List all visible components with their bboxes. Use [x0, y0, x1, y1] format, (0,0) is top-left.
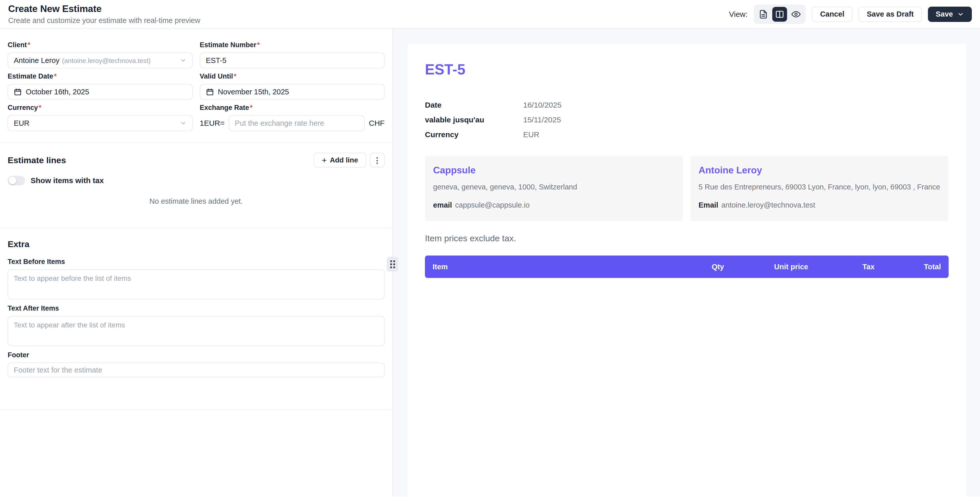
estimate-preview: EST-5 Date 16/10/2025 valable jusqu'au 1…	[407, 44, 966, 497]
column-header-item: Item	[433, 263, 640, 271]
currency-field: Currency* EUR	[8, 104, 192, 131]
empty-lines-message: No estimate lines added yet.	[8, 197, 385, 206]
exchange-rate-suffix: CHF	[369, 119, 385, 127]
form-row-dates: Estimate Date* October 16th, 2025 Valid …	[0, 72, 392, 100]
meta-row: valable jusqu'au 15/11/2025	[425, 116, 948, 124]
estimate-date-value: October 16th, 2025	[26, 88, 89, 96]
required-marker: *	[234, 72, 237, 80]
chevron-down-icon	[957, 11, 964, 18]
column-header-tax: Tax	[808, 263, 875, 271]
extra-title: Extra	[8, 239, 385, 249]
chevron-down-icon	[180, 120, 186, 127]
plus-icon: +	[322, 156, 327, 165]
required-marker: *	[250, 104, 253, 111]
valid-until-field: Valid Until* November 15th, 2025	[200, 72, 385, 100]
text-after-field: Text After Items	[8, 305, 385, 347]
estimate-form-panel: Client* Antoine Leroy(antoine.leroy@tech…	[0, 29, 393, 497]
preview-area: EST-5 Date 16/10/2025 valable jusqu'au 1…	[393, 29, 980, 497]
extra-section: Extra Text Before Items Text After Items…	[0, 239, 392, 377]
client-email-label: Email	[698, 201, 718, 209]
company-name: Cappsule	[433, 165, 675, 176]
estimate-lines-title: Estimate lines	[8, 155, 66, 165]
footer-input[interactable]	[8, 363, 385, 377]
text-after-input[interactable]	[8, 316, 385, 346]
tax-note: Item prices exclude tax.	[425, 233, 948, 243]
client-address: 5 Rue des Entrepreneurs, 69003 Lyon, Fra…	[698, 183, 940, 191]
exchange-rate-label: Exchange Rate*	[200, 104, 385, 112]
text-before-field: Text Before Items	[8, 258, 385, 300]
estimate-lines-section: Estimate lines + Add line ⋮ Show items w…	[0, 153, 392, 206]
header-actions: View:	[729, 5, 972, 24]
cancel-button[interactable]: Cancel	[812, 6, 853, 22]
form-row-client-number: Client* Antoine Leroy(antoine.leroy@tech…	[0, 41, 392, 68]
client-field: Client* Antoine Leroy(antoine.leroy@tech…	[8, 41, 192, 68]
company-email-label: email	[433, 201, 452, 209]
view-preview-button[interactable]	[789, 7, 803, 22]
required-marker: *	[39, 104, 41, 111]
company-email: cappsule@cappsule.io	[455, 201, 530, 209]
main-split: Client* Antoine Leroy(antoine.leroy@tech…	[0, 29, 980, 497]
save-button-label: Save	[935, 10, 953, 18]
estimate-date-input[interactable]: October 16th, 2025	[8, 84, 192, 100]
estimate-number-input[interactable]	[200, 52, 385, 68]
items-table-header: Item Qty Unit price Tax Total	[425, 256, 948, 278]
client-select-email: (antoine.leroy@technova.test)	[62, 57, 151, 65]
currency-select[interactable]: EUR	[8, 115, 192, 131]
client-card: Antoine Leroy 5 Rue des Entrepreneurs, 6…	[690, 156, 948, 221]
preview-estimate-number: EST-5	[425, 61, 948, 78]
view-form-button[interactable]	[756, 7, 771, 22]
view-mode-switcher	[754, 5, 806, 24]
text-before-label: Text Before Items	[8, 258, 385, 266]
required-marker: *	[257, 41, 260, 49]
estimate-date-label: Estimate Date*	[8, 72, 192, 80]
eye-icon	[791, 10, 800, 19]
estimate-number-label: Estimate Number*	[200, 41, 385, 49]
document-icon	[759, 10, 768, 19]
valid-until-value: November 15th, 2025	[218, 88, 289, 96]
calendar-icon	[206, 88, 214, 96]
currency-label: Currency*	[8, 104, 192, 112]
save-button[interactable]: Save	[928, 6, 972, 22]
column-header-unit-price: Unit price	[724, 263, 808, 271]
required-marker: *	[54, 72, 57, 80]
valid-until-label: Valid Until*	[200, 72, 385, 80]
column-header-qty: Qty	[640, 263, 724, 271]
panel-resize-handle[interactable]	[387, 257, 398, 272]
text-before-input[interactable]	[8, 269, 385, 299]
page-header: Create New Estimate Create and customize…	[0, 0, 980, 29]
footer-label: Footer	[8, 351, 385, 359]
valid-until-input[interactable]: November 15th, 2025	[200, 84, 385, 100]
client-name: Antoine Leroy	[698, 165, 940, 176]
meta-row: Date 16/10/2025	[425, 101, 948, 110]
view-split-button[interactable]	[772, 7, 787, 22]
kebab-menu-icon: ⋮	[373, 156, 381, 165]
view-label: View:	[729, 10, 748, 19]
exchange-rate-input[interactable]	[229, 115, 365, 131]
section-divider	[0, 143, 392, 143]
page-subtitle: Create and customize your estimate with …	[8, 16, 200, 25]
meta-row: Currency EUR	[425, 130, 948, 139]
save-as-draft-button[interactable]: Save as Draft	[859, 6, 922, 22]
lines-menu-button[interactable]: ⋮	[370, 153, 385, 168]
client-select[interactable]: Antoine Leroy(antoine.leroy@technova.tes…	[8, 52, 192, 68]
split-view-icon	[775, 10, 784, 19]
column-header-total: Total	[875, 263, 941, 271]
calendar-icon	[14, 88, 22, 96]
client-email: antoine.leroy@technova.test	[721, 201, 815, 209]
section-divider	[0, 410, 392, 410]
exchange-rate-prefix: 1EUR=	[200, 119, 225, 127]
footer-field: Footer	[8, 351, 385, 377]
page-title-block: Create New Estimate Create and customize…	[8, 3, 200, 25]
preview-meta: Date 16/10/2025 valable jusqu'au 15/11/2…	[425, 101, 948, 139]
section-divider	[0, 228, 392, 229]
estimate-number-field: Estimate Number*	[200, 41, 385, 68]
estimate-date-field: Estimate Date* October 16th, 2025	[8, 72, 192, 100]
exchange-rate-field: Exchange Rate* 1EUR= CHF	[200, 104, 385, 131]
client-label: Client*	[8, 41, 192, 49]
company-card: Cappsule geneva, geneva, geneva, 1000, S…	[425, 156, 683, 221]
show-tax-toggle[interactable]	[8, 176, 25, 186]
text-after-label: Text After Items	[8, 305, 385, 312]
add-line-button[interactable]: + Add line	[313, 153, 366, 168]
show-tax-toggle-label: Show items with tax	[30, 176, 104, 185]
chevron-down-icon	[180, 57, 186, 64]
